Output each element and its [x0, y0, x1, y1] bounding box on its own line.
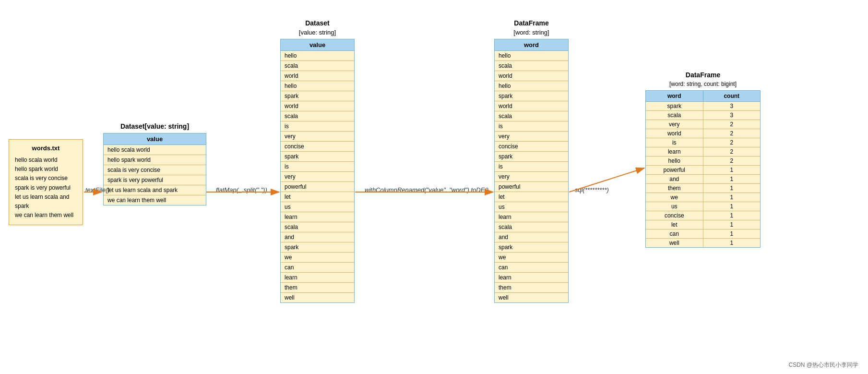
- dataframe-header: word: [495, 39, 568, 51]
- table-cell: 1: [703, 166, 761, 174]
- table-row: hello2: [646, 157, 760, 166]
- textfile-label: textFile(): [85, 186, 110, 193]
- dataframe-final: DataFrame [word: string, count: bigint] …: [645, 71, 761, 248]
- table-row: powerful: [495, 182, 568, 192]
- table-row: learn: [281, 212, 354, 222]
- flatmap-label: flatMap(_.split(" ")): [216, 186, 267, 193]
- table-cell: 1: [703, 193, 761, 202]
- table-row: scala: [281, 61, 354, 71]
- file-title: words.txt: [15, 145, 77, 152]
- table-row: us: [495, 202, 568, 212]
- table-row: scala is very concise: [104, 165, 206, 175]
- file-line: hello scala world: [15, 156, 77, 165]
- table-row: let1: [646, 220, 760, 229]
- table-row: world2: [646, 129, 760, 138]
- table-row: is2: [646, 138, 760, 147]
- table-cell: 1: [703, 220, 761, 229]
- table-cell: 2: [703, 138, 761, 147]
- table-cell: world: [646, 129, 703, 138]
- dataset-large-header: value: [281, 39, 354, 51]
- df-final-col-count: count: [703, 91, 761, 101]
- table-cell: and: [646, 175, 703, 183]
- dataframe-box: DataFrame [word: string] word helloscala…: [494, 19, 569, 303]
- table-row: spark: [281, 242, 354, 253]
- table-cell: is: [646, 138, 703, 147]
- table-row: is: [281, 162, 354, 172]
- table-row: scala: [495, 61, 568, 71]
- table-row: us: [281, 202, 354, 212]
- table-row: spark: [281, 152, 354, 162]
- df-final-col-word: word: [646, 91, 703, 101]
- table-row: spark is very powerful: [104, 175, 206, 185]
- table-cell: 3: [703, 102, 761, 110]
- table-cell: well: [646, 239, 703, 247]
- table-cell: scala: [646, 111, 703, 120]
- file-line: hello spark world: [15, 165, 77, 174]
- table-cell: concise: [646, 211, 703, 220]
- dataframe-subtitle: [word: string]: [494, 29, 569, 36]
- table-row: them1: [646, 184, 760, 193]
- table-row: hello: [495, 81, 568, 91]
- table-row: we: [495, 253, 568, 263]
- table-row: world: [281, 101, 354, 111]
- table-row: let us learn scala and spark: [104, 185, 206, 195]
- table-cell: us: [646, 202, 703, 211]
- file-line: let us learn scala and spark: [15, 193, 77, 211]
- file-line: scala is very concise: [15, 174, 77, 183]
- watermark: CSDN @热心市民小李同学: [788, 361, 858, 369]
- table-cell: 1: [703, 211, 761, 220]
- table-row: very: [281, 132, 354, 142]
- table-row: powerful: [281, 182, 354, 192]
- dataset-large-table: value helloscalaworldhellosparkworldscal…: [280, 39, 355, 303]
- table-row: we1: [646, 193, 760, 202]
- table-cell: 1: [703, 175, 761, 183]
- table-row: let: [495, 192, 568, 202]
- table-cell: 3: [703, 111, 761, 120]
- table-row: scala3: [646, 111, 760, 120]
- table-cell: powerful: [646, 166, 703, 174]
- table-cell: 1: [703, 229, 761, 238]
- table-row: spark: [495, 242, 568, 253]
- table-row: hello scala world: [104, 145, 206, 155]
- table-row: learn: [281, 273, 354, 283]
- table-row: them: [281, 283, 354, 293]
- dataset-large-title: Dataset: [280, 19, 355, 27]
- table-row: spark3: [646, 102, 760, 111]
- table-row: scala: [281, 222, 354, 232]
- table-cell: 1: [703, 202, 761, 211]
- table-row: we can learn them well: [104, 195, 206, 205]
- diagram-container: words.txt hello scala worldhello spark w…: [0, 0, 868, 374]
- dataframe-final-subtitle: [word: string, count: bigint]: [645, 81, 761, 87]
- table-cell: them: [646, 184, 703, 193]
- table-row: and: [281, 232, 354, 242]
- table-cell: 2: [703, 147, 761, 156]
- table-row: well: [281, 293, 354, 302]
- file-content: hello scala worldhello spark worldscala …: [15, 156, 77, 220]
- table-row: very2: [646, 120, 760, 129]
- table-row: them: [495, 283, 568, 293]
- table-row: us1: [646, 202, 760, 211]
- table-row: world: [281, 71, 354, 81]
- table-row: learn2: [646, 147, 760, 157]
- table-row: spark: [495, 91, 568, 101]
- table-row: concise1: [646, 211, 760, 220]
- dataframe-final-header-row: word count: [646, 91, 760, 102]
- table-row: learn: [495, 273, 568, 283]
- dataframe-final-table: word count spark3scala3very2world2is2lea…: [645, 90, 761, 248]
- table-row: can: [495, 263, 568, 273]
- dataframe-table: word helloscalaworldhellosparkworldscala…: [494, 39, 569, 303]
- table-row: and1: [646, 175, 760, 184]
- table-cell: can: [646, 229, 703, 238]
- dataset-small-title: Dataset[value: string]: [103, 122, 206, 130]
- file-line: spark is very powerful: [15, 183, 77, 193]
- table-cell: 2: [703, 157, 761, 165]
- table-row: learn: [495, 212, 568, 222]
- table-cell: hello: [646, 157, 703, 165]
- table-row: concise: [495, 142, 568, 152]
- dataset-large-subtitle: [value: string]: [280, 29, 355, 36]
- table-row: concise: [281, 142, 354, 152]
- table-row: world: [495, 101, 568, 111]
- dataset-small: Dataset[value: string] value hello scala…: [103, 122, 206, 205]
- table-row: very: [495, 132, 568, 142]
- table-row: let: [281, 192, 354, 202]
